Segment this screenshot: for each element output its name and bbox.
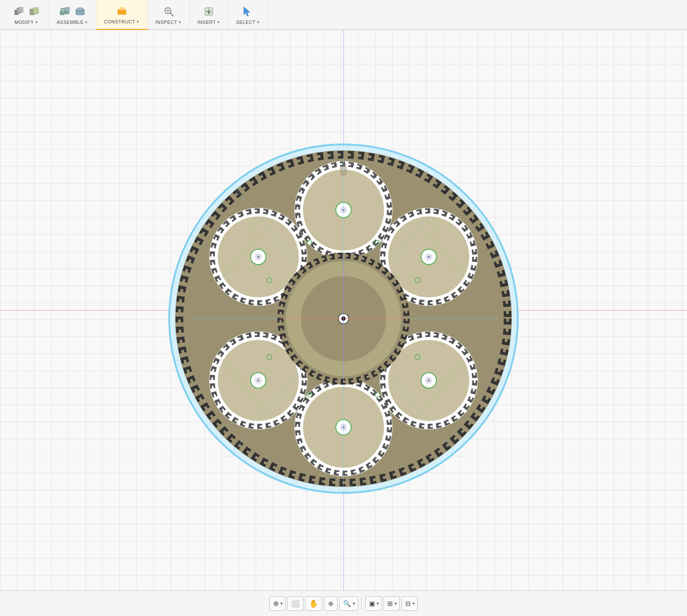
- toolbar-group-assemble[interactable]: ASSEMBLE ▼: [49, 0, 96, 30]
- zoom-fit-button[interactable]: ⊕: [324, 596, 338, 611]
- select-label: SELECT ▼: [236, 20, 260, 25]
- modify-label: MODIFY ▼: [14, 20, 38, 25]
- modify-icon-1: [12, 5, 26, 18]
- insert-icons: [202, 5, 216, 18]
- svg-point-55: [257, 256, 259, 258]
- inspect-icon: [162, 5, 176, 18]
- svg-rect-4: [33, 8, 38, 14]
- svg-rect-6: [61, 8, 65, 12]
- toolbar-group-construct[interactable]: CONSTRUCT ▼: [96, 0, 148, 30]
- inspect-icons: [162, 5, 176, 18]
- assemble-label: ASSEMBLE ▼: [57, 20, 88, 25]
- frame-button[interactable]: ⬜: [287, 596, 303, 611]
- toolbar-group-inspect[interactable]: INSPECT ▼: [148, 0, 190, 30]
- svg-marker-21: [244, 7, 250, 16]
- bottom-toolbar: ⊕ ▼ ⬜ ✋ ⊕ 🔍 ▼ ▣ ▼ ⊞ ▼ ⊟ ▼: [0, 590, 687, 616]
- svg-point-40: [428, 380, 430, 381]
- toolbar-separator-1: [361, 597, 362, 610]
- select-icons: [241, 5, 255, 18]
- select-icon: [241, 5, 255, 18]
- panels-button[interactable]: ⊟ ▼: [401, 596, 418, 611]
- pan-button[interactable]: ✋: [305, 596, 322, 611]
- svg-marker-12: [118, 7, 126, 10]
- assemble-icon-2: [73, 5, 87, 18]
- svg-rect-10: [78, 8, 83, 11]
- gear-assembly-svg: [160, 110, 527, 510]
- svg-line-14: [170, 13, 173, 16]
- canvas-area[interactable]: [0, 30, 687, 590]
- svg-rect-2: [19, 7, 23, 12]
- svg-rect-8: [65, 7, 69, 12]
- svg-point-50: [257, 380, 259, 381]
- construct-icons: [115, 4, 129, 18]
- insert-label: INSERT ▼: [197, 20, 220, 25]
- gear-assembly-container: [160, 110, 527, 510]
- modify-icon-2: [27, 5, 41, 18]
- grid-button[interactable]: ⊞ ▼: [384, 596, 400, 611]
- main-toolbar: MODIFY ▼ ASSEMBLE ▼: [0, 0, 687, 30]
- inspect-label: INSPECT ▼: [156, 20, 182, 25]
- construct-label: CONSTRUCT ▼: [104, 19, 140, 24]
- toolbar-group-modify[interactable]: MODIFY ▼: [4, 0, 49, 30]
- insert-icon: [202, 5, 216, 18]
- toolbar-group-insert[interactable]: INSERT ▼: [190, 0, 228, 30]
- display-button[interactable]: ▣ ▼: [365, 596, 382, 611]
- move-button[interactable]: ⊕ ▼: [269, 596, 286, 611]
- assemble-icons: [58, 5, 87, 18]
- modify-icons: [12, 5, 41, 18]
- construct-icon-1: [115, 4, 129, 18]
- svg-rect-11: [118, 10, 126, 14]
- toolbar-group-select[interactable]: SELECT ▼: [228, 0, 268, 30]
- assemble-icon-1: [58, 5, 72, 18]
- zoom-button[interactable]: 🔍 ▼: [339, 596, 358, 611]
- svg-point-35: [428, 256, 430, 258]
